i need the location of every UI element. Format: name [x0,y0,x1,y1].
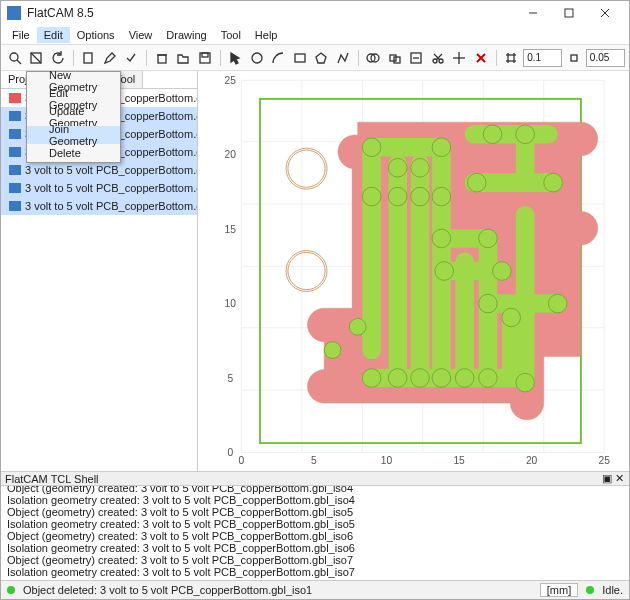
gbr-icon [9,93,21,103]
svg-point-91 [479,229,498,248]
title-bar: FlatCAM 8.5 [1,1,629,25]
shell-close-icon[interactable]: ✕ [613,472,625,485]
grid-icon[interactable] [502,48,522,68]
svg-text:20: 20 [225,149,237,160]
union-icon[interactable] [364,48,384,68]
geo-icon [9,165,21,175]
svg-point-96 [548,294,567,313]
update-icon [31,111,43,123]
shell-line: Object (geometry) created: 3 volt to 5 v… [7,554,623,566]
circle-icon[interactable] [247,48,267,68]
shell-line: Isolation geometry created: 3 volt to 5 … [7,542,623,554]
svg-point-86 [467,173,486,192]
menu-help[interactable]: Help [248,27,285,43]
subtract-icon[interactable] [407,48,427,68]
pcb-plot: 0 5 10 15 20 25 25 20 15 10 5 0 [198,71,629,471]
svg-point-87 [544,173,563,192]
shell-header: FlatCAM TCL Shell ▣ ✕ [1,471,629,486]
svg-text:10: 10 [225,298,237,309]
svg-point-95 [502,308,521,327]
plot-canvas[interactable]: 0 5 10 15 20 25 25 20 15 10 5 0 [198,71,629,471]
delete-icon[interactable] [152,48,172,68]
svg-point-93 [493,262,512,281]
tcl-shell[interactable]: Object (geometry) created: 3 volt to 5 v… [1,486,629,581]
menu-options[interactable]: Options [70,27,122,43]
shell-line: Isolation geometry created: 3 volt to 5 … [7,518,623,530]
svg-rect-8 [84,53,92,63]
geo-icon [9,147,21,157]
shell-undock-icon[interactable]: ▣ [601,472,613,485]
svg-text:15: 15 [225,224,237,235]
svg-rect-34 [571,55,577,61]
svg-point-106 [286,148,327,189]
minimize-button[interactable] [515,1,551,25]
geo-icon [9,183,21,193]
move-icon[interactable] [450,48,470,68]
polygon-icon[interactable] [312,48,332,68]
project-item-label: 3 volt to 5 volt PCB_copperBottom.gbl_is… [25,200,197,212]
grid-y-field[interactable]: 0.05 [586,49,625,67]
clear-plot-icon[interactable] [27,48,47,68]
new-geo-icon[interactable] [79,48,99,68]
menu-file[interactable]: File [5,27,37,43]
rect-icon[interactable] [290,48,310,68]
svg-marker-15 [316,53,326,63]
svg-point-89 [483,125,502,144]
replot-icon[interactable] [48,48,68,68]
svg-point-85 [432,187,451,206]
pointer-icon[interactable] [226,48,246,68]
open-icon[interactable] [174,48,194,68]
delete-shape-icon[interactable] [471,48,491,68]
menu-tool[interactable]: Tool [214,27,248,43]
shell-line: Object (geometry) created: 3 volt to 5 v… [7,530,623,542]
svg-point-97 [362,369,381,388]
idle-label: Idle. [602,584,623,596]
svg-rect-18 [390,55,396,61]
project-item-label: 3 volt to 5 volt PCB_copperBottom.gbl_is… [25,164,197,176]
delete-icon [31,147,43,159]
units-indicator[interactable]: [mm] [540,583,578,597]
cut-icon[interactable] [428,48,448,68]
geo-icon [9,129,21,139]
update-geo-icon[interactable] [122,48,142,68]
shell-line: Isolation geometry created: 3 volt to 5 … [7,494,623,506]
save-icon[interactable] [195,48,215,68]
snap-icon[interactable] [564,48,584,68]
svg-point-92 [435,262,454,281]
svg-text:5: 5 [227,373,233,384]
shell-line: Object (geometry) created: 3 volt to 5 v… [7,506,623,518]
svg-line-7 [31,53,41,63]
arc-icon[interactable] [269,48,289,68]
svg-point-88 [516,125,535,144]
menu-view[interactable]: View [122,27,160,43]
shell-title: FlatCAM TCL Shell [5,473,99,485]
menu-item-label: Delete [49,147,81,159]
intersect-icon[interactable] [385,48,405,68]
project-item[interactable]: 3 volt to 5 volt PCB_copperBottom.gbl_is… [1,179,197,197]
path-icon[interactable] [333,48,353,68]
menu-edit[interactable]: Edit [37,27,70,43]
svg-point-79 [388,158,407,177]
menu-drawing[interactable]: Drawing [159,27,213,43]
svg-point-82 [362,187,381,206]
geo-icon [9,111,21,121]
edit-menu-join-geometry[interactable]: Join Geometry [27,126,120,144]
svg-text:0: 0 [239,455,245,466]
svg-point-90 [432,229,451,248]
close-button[interactable] [587,1,623,25]
svg-rect-1 [565,9,573,17]
maximize-button[interactable] [551,1,587,25]
menu-bar: File Edit Options View Drawing Tool Help [1,25,629,45]
svg-point-100 [432,369,451,388]
project-item[interactable]: 3 volt to 5 volt PCB_copperBottom.gbl_is… [1,197,197,215]
project-panel: Project Selected Tool 3 volt to 5 volt P… [1,71,198,471]
project-item[interactable]: 3 volt to 5 volt PCB_copperBottom.gbl_is… [1,161,197,179]
edit-menu-delete[interactable]: Delete [27,144,120,162]
shell-line: Isolation geometry created: 3 volt to 5 … [7,566,623,578]
svg-text:20: 20 [526,455,538,466]
grid-x-field[interactable]: 0.1 [523,49,562,67]
edit-menu-dropdown: New GeometryEdit GeometryUpdate Geometry… [26,71,121,163]
zoom-tool-icon[interactable] [5,48,25,68]
edit-geo-icon[interactable] [100,48,120,68]
svg-text:5: 5 [311,455,317,466]
